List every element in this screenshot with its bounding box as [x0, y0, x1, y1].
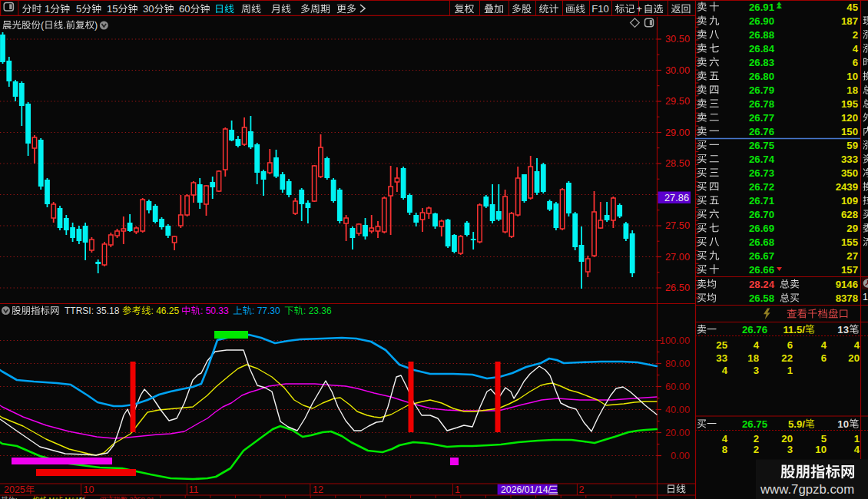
svg-text:29.00: 29.00: [665, 127, 690, 138]
svg-text:3: 3: [787, 444, 793, 455]
svg-text:18: 18: [747, 352, 759, 364]
svg-text:187: 187: [841, 15, 858, 27]
svg-text:20: 20: [781, 433, 793, 444]
svg-text:40.00: 40.00: [665, 404, 690, 415]
svg-text:628: 628: [841, 209, 858, 220]
svg-text:26.58: 26.58: [749, 292, 774, 304]
svg-text:20.00: 20.00: [665, 427, 690, 438]
svg-text:30.00: 30.00: [665, 64, 690, 76]
svg-text:195: 195: [841, 98, 858, 110]
svg-text:26.75: 26.75: [749, 140, 774, 151]
svg-text:45: 45: [846, 2, 858, 13]
svg-text:26.71: 26.71: [749, 195, 774, 207]
svg-text:4: 4: [754, 339, 760, 351]
svg-text:): ): [94, 20, 98, 31]
svg-text:27.00: 27.00: [665, 251, 690, 263]
svg-text:2: 2: [853, 29, 858, 41]
svg-text:1: 1: [455, 484, 460, 495]
svg-text:5: 5: [821, 433, 827, 444]
svg-text:26.70: 26.70: [749, 209, 774, 220]
svg-text:8378: 8378: [836, 292, 858, 304]
svg-text:2026/01/14/: 2026/01/14/: [501, 484, 552, 495]
svg-text:4: 4: [722, 433, 728, 444]
svg-text:26.88: 26.88: [749, 29, 774, 41]
svg-text:26.75: 26.75: [742, 418, 767, 430]
svg-text:27.50: 27.50: [665, 220, 690, 231]
svg-text:30: 30: [143, 3, 154, 15]
svg-text:26.72: 26.72: [749, 181, 774, 193]
svg-text:6: 6: [853, 57, 858, 68]
svg-text:59: 59: [846, 140, 858, 151]
svg-text:100.00: 100.00: [660, 335, 690, 346]
svg-text:10: 10: [837, 418, 849, 430]
svg-text:TTRSI: 35.18: TTRSI: 35.18: [65, 306, 120, 316]
svg-text:2: 2: [754, 433, 759, 444]
svg-text:2025: 2025: [4, 484, 25, 495]
svg-text:1: 1: [45, 3, 50, 15]
svg-text:6: 6: [787, 339, 793, 351]
svg-text:26.76: 26.76: [749, 126, 774, 137]
svg-text:: 46.25: : 46.25: [151, 306, 180, 316]
svg-text:26.68: 26.68: [749, 236, 774, 248]
svg-text:18: 18: [846, 84, 858, 96]
svg-text:13: 13: [837, 324, 849, 335]
svg-text:28.50: 28.50: [665, 157, 690, 169]
svg-text:120: 120: [841, 112, 858, 124]
svg-text:排位:: 排位:: [1, 496, 18, 499]
svg-text:2: 2: [754, 444, 759, 455]
svg-text:26.83: 26.83: [749, 57, 774, 68]
svg-text:350: 350: [841, 167, 858, 179]
svg-text:27: 27: [846, 250, 858, 262]
svg-text:26.67: 26.67: [749, 250, 774, 262]
svg-text:4: 4: [722, 365, 728, 376]
svg-text:20: 20: [848, 352, 860, 364]
svg-text:29.50: 29.50: [665, 95, 690, 107]
svg-text:12: 12: [313, 484, 323, 495]
svg-text:www.7gpzb.com: www.7gpzb.com: [760, 482, 854, 497]
svg-text:26.66: 26.66: [749, 264, 774, 276]
svg-text:1: 1: [854, 433, 860, 444]
svg-text:4: 4: [853, 43, 859, 55]
svg-text:10: 10: [815, 444, 827, 455]
svg-text:15: 15: [107, 3, 118, 15]
svg-text:9146: 9146: [836, 279, 858, 290]
svg-text:1: 1: [787, 365, 793, 376]
svg-text:26.79: 26.79: [749, 84, 774, 96]
svg-text:29: 29: [846, 223, 858, 234]
svg-text:5.9/: 5.9/: [788, 418, 805, 430]
svg-text:28.24: 28.24: [749, 279, 775, 290]
svg-text:2: 2: [579, 484, 585, 495]
svg-text:26.84: 26.84: [749, 43, 775, 55]
svg-text:109: 109: [841, 195, 858, 207]
svg-text:4: 4: [821, 339, 827, 351]
svg-text:8: 8: [722, 444, 727, 455]
svg-text:11: 11: [189, 484, 199, 495]
svg-text:4: 4: [854, 444, 860, 455]
svg-text:26.80: 26.80: [749, 71, 774, 82]
svg-text:150: 150: [841, 126, 858, 137]
svg-text:26.74: 26.74: [749, 154, 775, 165]
svg-text:深证指数 3358.21: 深证指数 3358.21: [100, 496, 154, 499]
svg-text:157: 157: [841, 264, 858, 276]
svg-text:: 50.33: : 50.33: [200, 306, 229, 316]
svg-text:26.90: 26.90: [749, 15, 774, 27]
svg-text:26.76: 26.76: [742, 324, 767, 335]
svg-text:: 77.30: : 77.30: [252, 306, 280, 316]
svg-text:6: 6: [821, 352, 827, 364]
svg-text:11.5/: 11.5/: [783, 324, 805, 335]
svg-text:155: 155: [841, 236, 858, 248]
svg-text:26.91: 26.91: [749, 2, 774, 13]
svg-text:+: +: [636, 3, 642, 15]
svg-text:80.00: 80.00: [665, 358, 690, 369]
svg-text:5: 5: [76, 3, 81, 15]
svg-text:4: 4: [854, 339, 860, 351]
svg-text:10: 10: [84, 484, 94, 495]
svg-text:2439: 2439: [836, 181, 858, 193]
svg-text:333: 333: [841, 154, 858, 165]
svg-text:60: 60: [179, 3, 190, 15]
svg-text:均线 MA5 MA10: 均线 MA5 MA10: [32, 496, 83, 499]
svg-text:26.78: 26.78: [749, 98, 774, 110]
svg-text:26.77: 26.77: [749, 112, 774, 124]
svg-text:33: 33: [716, 352, 727, 364]
svg-text:30.50: 30.50: [665, 33, 690, 45]
